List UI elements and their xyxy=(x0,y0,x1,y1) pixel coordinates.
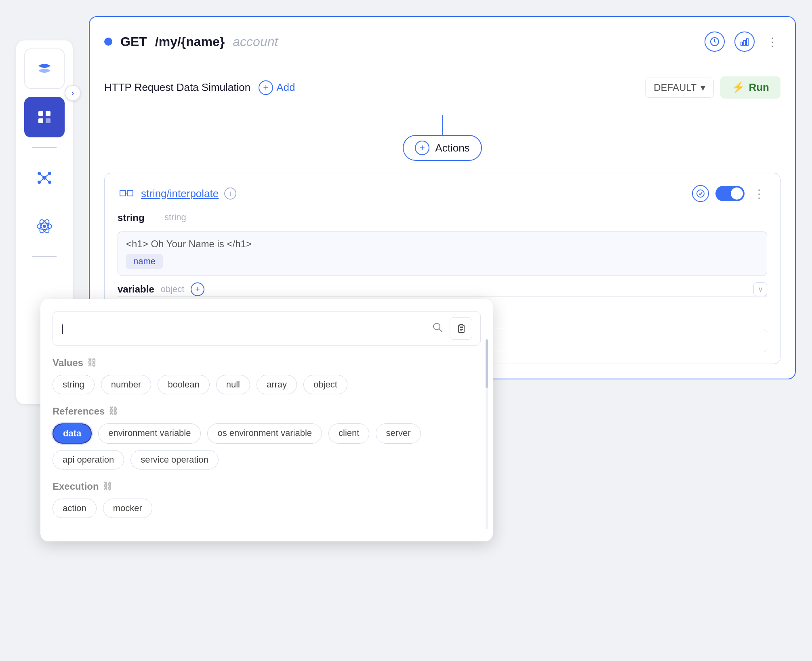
variable-add-button[interactable]: + xyxy=(191,282,204,296)
svg-rect-22 xyxy=(127,190,133,196)
api-header-actions: ⋮ xyxy=(705,32,780,52)
flow-center: + Actions xyxy=(104,115,780,161)
action-card-controls: ⋮ xyxy=(692,185,767,202)
actions-node[interactable]: + Actions xyxy=(403,135,482,161)
execution-section-title: Execution ⛓ xyxy=(53,481,481,492)
string-field-label: string xyxy=(118,212,158,223)
add-button[interactable]: + Add xyxy=(259,80,295,95)
svg-rect-0 xyxy=(38,111,43,116)
add-label: Add xyxy=(276,81,295,94)
api-method-label: GET xyxy=(120,34,147,49)
values-chips: string number boolean null array object xyxy=(53,375,481,394)
sidebar-item-data[interactable] xyxy=(24,97,65,137)
string-value-box[interactable]: <h1> Oh Your Name is </h1> name xyxy=(118,232,767,276)
name-chip[interactable]: name xyxy=(126,254,163,269)
sim-bar-left: HTTP Request Data Simulation + Add xyxy=(104,80,295,95)
add-circle-icon: + xyxy=(259,80,273,95)
execution-link-icon: ⛓ xyxy=(103,481,112,492)
sidebar-divider-1 xyxy=(32,147,57,148)
chip-mocker[interactable]: mocker xyxy=(103,499,152,518)
references-section-title: References ⛓ xyxy=(53,406,481,417)
chip-server[interactable]: server xyxy=(376,423,421,444)
sidebar-divider-2 xyxy=(32,256,57,257)
variable-row: variable object + ∨ xyxy=(118,282,767,296)
action-card-title: string/interpolate i xyxy=(118,185,236,202)
main-content: GET /my/{name} account xyxy=(89,16,796,404)
variable-type-label: object xyxy=(161,284,185,295)
plus-circle-icon: + xyxy=(415,141,429,155)
more-menu-button[interactable]: ⋮ xyxy=(764,34,780,50)
actions-label: Actions xyxy=(435,142,469,154)
svg-rect-21 xyxy=(120,190,126,196)
sidebar-item-network[interactable] xyxy=(24,158,65,198)
api-path-label: /my/{name} xyxy=(155,34,225,49)
chip-array[interactable]: array xyxy=(257,375,297,394)
timer-button[interactable] xyxy=(705,32,725,52)
execution-label: Execution xyxy=(53,481,99,492)
variable-expand-button[interactable]: ∨ xyxy=(753,282,767,296)
svg-rect-28 xyxy=(460,324,463,326)
svg-rect-20 xyxy=(747,39,748,45)
chip-null[interactable]: null xyxy=(216,375,250,394)
flow-line-top xyxy=(442,115,443,135)
values-link-icon: ⛓ xyxy=(87,358,96,368)
action-name-link[interactable]: string/interpolate xyxy=(141,187,219,200)
svg-rect-2 xyxy=(46,111,50,116)
chevron-down-icon: ▾ xyxy=(701,82,705,93)
scrollbar-track xyxy=(486,339,488,529)
api-tag-label: account xyxy=(233,34,278,49)
string-field-row: string string xyxy=(118,212,767,223)
popup-search-input[interactable] xyxy=(61,322,425,335)
chip-api-operation[interactable]: api operation xyxy=(53,450,124,469)
check-circle-icon[interactable] xyxy=(692,185,709,202)
svg-line-11 xyxy=(39,178,44,182)
svg-line-26 xyxy=(439,329,442,332)
svg-rect-1 xyxy=(38,118,43,123)
logo[interactable] xyxy=(24,48,65,89)
popup-search-bar xyxy=(53,311,481,346)
run-button[interactable]: ⚡ Run xyxy=(720,76,780,99)
simulation-bar: HTTP Request Data Simulation + Add DEFAU… xyxy=(104,76,780,99)
toggle-switch[interactable] xyxy=(715,186,745,201)
card-more-button[interactable]: ⋮ xyxy=(751,185,767,202)
values-section-title: Values ⛓ xyxy=(53,357,481,368)
execution-chips: action mocker xyxy=(53,499,481,518)
references-label: References xyxy=(53,406,105,417)
svg-rect-19 xyxy=(744,40,745,45)
chip-data[interactable]: data xyxy=(53,423,92,444)
search-icon xyxy=(432,322,443,336)
svg-point-13 xyxy=(43,225,46,228)
chip-string[interactable]: string xyxy=(53,375,95,394)
chip-boolean[interactable]: boolean xyxy=(158,375,209,394)
api-title: GET /my/{name} account xyxy=(104,34,278,49)
string-value-text: <h1> Oh Your Name is </h1> xyxy=(126,238,759,250)
toggle-thumb xyxy=(731,187,743,200)
sidebar-expand-button[interactable]: › xyxy=(65,85,81,101)
action-icon xyxy=(118,185,135,202)
info-circle-icon[interactable]: i xyxy=(224,187,236,200)
chip-environment-variable[interactable]: environment variable xyxy=(98,423,201,444)
svg-point-25 xyxy=(433,323,440,330)
popup-overlay: Values ⛓ string number boolean null arra… xyxy=(40,299,493,541)
clipboard-icon[interactable] xyxy=(450,317,472,340)
action-card-header: string/interpolate i ⋮ xyxy=(118,185,767,202)
svg-line-9 xyxy=(39,173,44,178)
chip-number[interactable]: number xyxy=(101,375,151,394)
svg-rect-3 xyxy=(46,118,50,123)
chip-action[interactable]: action xyxy=(53,499,97,518)
svg-point-24 xyxy=(697,190,704,197)
sidebar-item-atom[interactable] xyxy=(24,206,65,246)
default-select[interactable]: DEFAULT ▾ xyxy=(645,78,714,98)
references-link-icon: ⛓ xyxy=(109,406,118,417)
scrollbar-thumb[interactable] xyxy=(486,339,488,388)
chart-button[interactable] xyxy=(734,32,755,52)
chip-client[interactable]: client xyxy=(328,423,369,444)
svg-rect-18 xyxy=(741,42,743,45)
chip-os-environment-variable[interactable]: os environment variable xyxy=(207,423,322,444)
svg-line-10 xyxy=(44,173,50,178)
chip-service-operation[interactable]: service operation xyxy=(130,450,219,469)
references-chips: data environment variable os environment… xyxy=(53,423,481,469)
api-status-dot xyxy=(104,38,112,46)
chip-object[interactable]: object xyxy=(303,375,347,394)
sim-bar-right: DEFAULT ▾ ⚡ Run xyxy=(645,76,780,99)
